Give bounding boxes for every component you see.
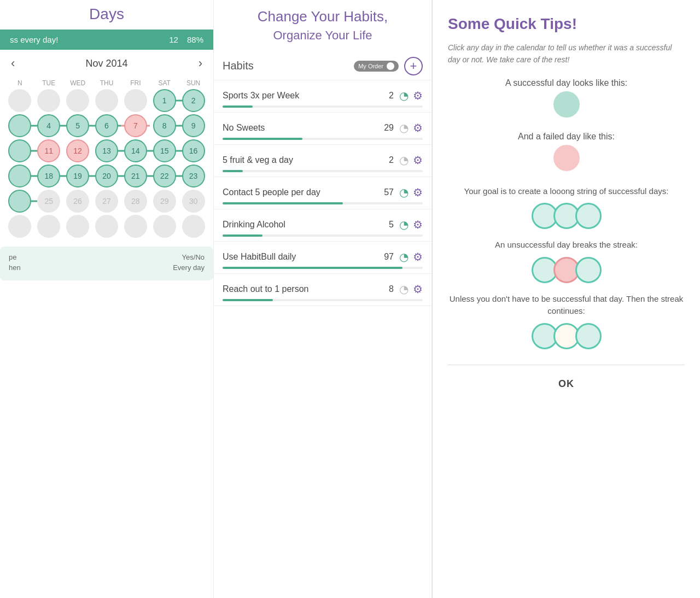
cal-day-27[interactable]: 27 [92, 190, 121, 213]
habit-type-label-2: hen [9, 263, 21, 272]
cal-day-empty5 [121, 89, 150, 112]
cal-day-26[interactable]: 26 [63, 190, 92, 213]
day-header-sun: SUN [179, 79, 208, 87]
cal-day-20[interactable]: 20 [92, 165, 121, 187]
progress-fill-1 [223, 138, 302, 140]
progress-fill-2 [223, 170, 243, 172]
habits-heading-2: Organize Your Life [273, 28, 372, 43]
cal-day-29[interactable]: 29 [150, 190, 179, 213]
streak-circle-3 [575, 203, 602, 229]
progress-bar-0 [223, 105, 423, 108]
cal-day-empty3 [63, 89, 92, 112]
cal-day-6[interactable]: 6 [92, 114, 121, 137]
cal-day-e1 [5, 215, 34, 238]
gear-icon-3[interactable]: ⚙ [413, 186, 423, 199]
habit-name-6: Reach out to 1 person [223, 284, 389, 294]
cal-day-21[interactable]: 21 [121, 165, 150, 187]
neutral-circle-3 [575, 323, 602, 349]
progress-fill-0 [223, 105, 253, 108]
habit-name-4: Drinking Alcohol [223, 220, 389, 230]
clock-icon-0[interactable]: ◔ [399, 89, 409, 102]
cal-day-16[interactable]: 16 [179, 139, 208, 162]
cal-day-25[interactable]: 25 [34, 190, 63, 213]
habit-item-2: 5 fruit & veg a day 2 ◔ ⚙ [214, 145, 431, 177]
cal-day-23[interactable]: 23 [179, 165, 208, 187]
progress-bar-3 [223, 202, 423, 204]
cal-day-e5 [121, 215, 150, 238]
habit-row-0: Sports 3x per Week 2 ◔ ⚙ [223, 89, 423, 102]
gear-icon-6[interactable]: ⚙ [413, 283, 423, 296]
my-order-toggle[interactable]: My Order [354, 61, 399, 72]
habit-icons-1: ◔ ⚙ [399, 121, 423, 134]
day-header-fri: FRI [121, 79, 150, 87]
progress-bar-4 [223, 234, 423, 237]
progress-fill-3 [223, 202, 343, 204]
cal-day-24-partial[interactable] [5, 190, 34, 213]
day-header-sat: SAT [150, 79, 179, 87]
cal-day-22[interactable]: 22 [150, 165, 179, 187]
cal-day-5[interactable]: 5 [63, 114, 92, 137]
streak-bar: ss every day! 12 88% [0, 30, 213, 50]
habit-icons-5: ◔ ⚙ [399, 250, 423, 263]
cal-day-empty1 [5, 89, 34, 112]
progress-bar-5 [223, 267, 423, 269]
habit-icons-4: ◔ ⚙ [399, 218, 423, 231]
ok-button[interactable]: OK [558, 378, 574, 390]
habit-item-1: No Sweets 29 ◔ ⚙ [214, 113, 431, 145]
cal-day-14[interactable]: 14 [121, 139, 150, 162]
add-habit-button[interactable]: + [404, 57, 423, 75]
calendar-header: ‹ Nov 2014 › [0, 50, 213, 77]
next-month-button[interactable]: › [199, 56, 202, 71]
cal-day-4[interactable]: 4 [34, 114, 63, 137]
streak-pct: 88% [187, 35, 203, 44]
habit-item-4: Drinking Alcohol 5 ◔ ⚙ [214, 209, 431, 242]
cal-day-30[interactable]: 30 [179, 190, 208, 213]
clock-icon-5[interactable]: ◔ [399, 250, 409, 263]
unless-section: Unless you don't have to be successful t… [448, 293, 685, 354]
habit-item-5: Use HabitBull daily 97 ◔ ⚙ [214, 242, 431, 274]
clock-icon-2[interactable]: ◔ [399, 154, 409, 167]
cal-day-13[interactable]: 13 [92, 139, 121, 162]
fail-circle [553, 145, 580, 171]
calendar-week-2: 4 5 6 7 8 9 [5, 114, 208, 137]
ok-section: OK [448, 365, 685, 390]
cal-day-17-partial[interactable] [5, 165, 34, 187]
calendar-panel: Days ss every day! 12 88% ‹ Nov 2014 › N… [0, 0, 213, 598]
cal-day-1[interactable]: 1 [150, 89, 179, 112]
day-header-wed: WED [63, 79, 92, 87]
clock-icon-6[interactable]: ◔ [399, 283, 409, 296]
cal-day-18[interactable]: 18 [34, 165, 63, 187]
cal-day-11[interactable]: 11 [34, 139, 63, 162]
cal-day-8[interactable]: 8 [150, 114, 179, 137]
habit-row-5: Use HabitBull daily 97 ◔ ⚙ [223, 250, 423, 263]
day-header-n: N [5, 79, 34, 87]
cal-day-9[interactable]: 9 [179, 114, 208, 137]
cal-day-empty4 [92, 89, 121, 112]
gear-icon-2[interactable]: ⚙ [413, 154, 423, 167]
habit-type-label-1: pe [9, 253, 16, 261]
gear-icon-0[interactable]: ⚙ [413, 89, 423, 102]
clock-icon-1[interactable]: ◔ [399, 121, 409, 134]
cal-day-28[interactable]: 28 [121, 190, 150, 213]
clock-icon-3[interactable]: ◔ [399, 186, 409, 199]
progress-bar-2 [223, 170, 423, 172]
success-day-section: A successful day looks like this: [448, 78, 685, 126]
habit-row-4: Drinking Alcohol 5 ◔ ⚙ [223, 218, 423, 231]
cal-day-2[interactable]: 2 [179, 89, 208, 112]
gear-icon-4[interactable]: ⚙ [413, 218, 423, 231]
streak-label: Your goal is to create a looong string o… [464, 185, 669, 198]
prev-month-button[interactable]: ‹ [11, 56, 15, 71]
gear-icon-1[interactable]: ⚙ [413, 121, 423, 134]
habits-panel: Change Your Habits, Organize Your Life H… [213, 0, 432, 598]
clock-icon-4[interactable]: ◔ [399, 218, 409, 231]
gear-icon-5[interactable]: ⚙ [413, 250, 423, 263]
cal-day-19[interactable]: 19 [63, 165, 92, 187]
unless-label: Unless you don't have to be successful t… [448, 293, 685, 318]
cal-day-7[interactable]: 7 [121, 114, 150, 137]
cal-day-10-partial[interactable] [5, 139, 34, 162]
cal-day-3-partial[interactable] [5, 114, 34, 137]
day-header-thu: THU [92, 79, 121, 87]
cal-day-15[interactable]: 15 [150, 139, 179, 162]
cal-day-12[interactable]: 12 [63, 139, 92, 162]
streak-demo-break [532, 257, 602, 283]
